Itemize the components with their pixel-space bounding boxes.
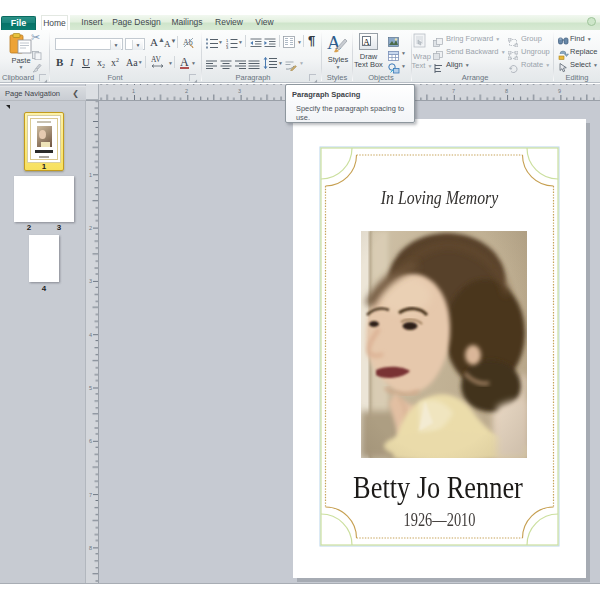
svg-text:9: 9	[558, 88, 561, 94]
svg-text:3: 3	[238, 88, 241, 94]
svg-text:3: 3	[226, 45, 229, 49]
svg-text:6: 6	[89, 438, 92, 444]
svg-text:5: 5	[89, 385, 92, 391]
svg-text:2: 2	[185, 88, 188, 94]
svg-text:3: 3	[89, 278, 92, 284]
svg-text:1: 1	[132, 88, 135, 94]
svg-text:1: 1	[89, 172, 92, 178]
svg-text:8: 8	[89, 545, 92, 551]
svg-text:2: 2	[89, 225, 92, 231]
svg-text:8: 8	[505, 88, 508, 94]
svg-text:7: 7	[452, 88, 455, 94]
svg-text:7: 7	[89, 492, 92, 498]
svg-text:AV: AV	[151, 55, 161, 64]
svg-text:4: 4	[89, 332, 92, 338]
